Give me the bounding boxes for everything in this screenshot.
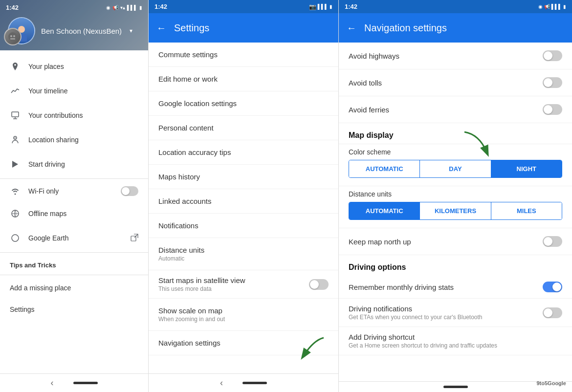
driving-notifications-sub: Get ETAs when you connect to your car's …: [349, 314, 537, 321]
avoid-tolls-toggle[interactable]: [543, 77, 562, 88]
keep-north-up-toggle[interactable]: [543, 236, 562, 247]
add-driving-shortcut-label: Add Driving shortcut: [349, 333, 562, 341]
svg-point-2: [13, 35, 15, 37]
sidebar-label-google-earth: Google Earth: [28, 234, 123, 242]
signal-icon-m: ▌▌▌: [318, 4, 328, 9]
wifi-only-icon: [10, 186, 21, 196]
status-icons-right: ◉ 📢 ▌▌▌ ▮: [538, 4, 566, 9]
speaker-icon: 📢: [112, 5, 118, 10]
settings-edit-home-label: Edit home or work: [158, 75, 329, 83]
sidebar-item-your-timeline[interactable]: Your timeline: [0, 79, 148, 103]
settings-location-accuracy[interactable]: Location accuracy tips: [149, 140, 338, 165]
wifi-only-row: Wi-Fi only: [0, 181, 148, 201]
avoid-highways-thumb: [544, 51, 552, 60]
sidebar-item-your-contributions[interactable]: Your contributions: [0, 103, 148, 128]
sidebar-item-settings[interactable]: Settings: [0, 299, 148, 320]
status-bar-right: 1:42 ◉ 📢 ▌▌▌ ▮: [339, 0, 572, 13]
settings-panel: 1:42 📷 ▌▌▌ ▮ ← Settings Commute settings…: [148, 0, 339, 392]
avoid-highways-toggle[interactable]: [543, 50, 562, 61]
signal-icon: ▌▌▌: [127, 5, 137, 10]
location-sharing-icon: [10, 134, 21, 145]
nav-settings-content: Avoid highways Avoid tolls Avoid ferries…: [339, 43, 572, 381]
satellite-toggle[interactable]: [309, 279, 329, 290]
settings-show-scale-sub: When zooming in and out: [158, 316, 329, 323]
settings-distance-units[interactable]: Distance units Automatic: [149, 238, 338, 270]
time-right: 1:42: [345, 3, 357, 10]
avoid-ferries-label: Avoid ferries: [349, 106, 389, 114]
settings-notifications[interactable]: Notifications: [149, 214, 338, 238]
settings-commute[interactable]: Commute settings: [149, 43, 338, 67]
status-icons-middle: 📷 ▌▌▌ ▮: [309, 3, 332, 10]
remember-stats-text: Remember monthly driving stats: [349, 283, 537, 291]
time-left: 1:42: [6, 4, 19, 11]
wifi-only-toggle[interactable]: [121, 186, 138, 196]
driving-notifications-thumb: [544, 308, 552, 317]
distance-units-automatic[interactable]: AUTOMATIC: [349, 202, 420, 219]
nav-pill-middle: [242, 382, 267, 384]
distance-units-miles[interactable]: MILES: [491, 202, 562, 219]
dropdown-arrow-icon: ▾: [130, 27, 132, 34]
sidebar-item-add-missing-place[interactable]: Add a missing place: [0, 277, 148, 299]
distance-units-row: Distance units AUTOMATIC KILOMETERS MILE…: [339, 186, 572, 228]
distance-units-kilometers[interactable]: KILOMETERS: [420, 202, 491, 219]
timeline-icon: [10, 86, 21, 96]
settings-header: ← Settings: [149, 13, 338, 43]
divider-3: [0, 275, 148, 275]
sidebar-item-your-places[interactable]: Your places: [0, 54, 148, 79]
settings-linked-accounts-label: Linked accounts: [158, 197, 329, 205]
svg-rect-4: [12, 112, 19, 117]
settings-distance-units-sub: Automatic: [158, 255, 329, 262]
sidebar-item-offline-maps[interactable]: Offline maps: [0, 201, 148, 226]
settings-edit-home[interactable]: Edit home or work: [149, 67, 338, 91]
avoid-highways-row: Avoid highways: [339, 43, 572, 69]
settings-location-accuracy-label: Location accuracy tips: [158, 148, 329, 156]
bottom-nav-left: ‹: [0, 373, 148, 392]
color-scheme-automatic[interactable]: AUTOMATIC: [349, 160, 420, 177]
settings-google-location[interactable]: Google location settings: [149, 91, 338, 116]
battery-icon-m: ▮: [330, 4, 332, 9]
wifi-toggle-thumb: [122, 187, 130, 195]
remember-stats-toggle[interactable]: [543, 282, 562, 292]
settings-maps-history[interactable]: Maps history: [149, 165, 338, 189]
settings-linked-accounts[interactable]: Linked accounts: [149, 189, 338, 214]
svg-point-12: [12, 235, 19, 241]
sidebar-label-location-sharing: Location sharing: [28, 136, 138, 144]
sidebar-item-start-driving[interactable]: Start driving: [0, 152, 148, 176]
divider-1: [0, 178, 148, 179]
settings-personal-content-label: Personal content: [158, 124, 329, 132]
battery-icon-r: ▮: [563, 4, 566, 9]
settings-satellite-sub: This uses more data: [158, 285, 245, 292]
driving-notifications-toggle[interactable]: [543, 307, 562, 318]
signal-icon-r: ▌▌▌: [551, 4, 562, 9]
avatar-robot: [4, 28, 22, 45]
back-arrow-middle[interactable]: ‹: [220, 378, 223, 388]
settings-show-scale[interactable]: Show scale on map When zooming in and ou…: [149, 299, 338, 331]
color-scheme-night[interactable]: NIGHT: [491, 160, 562, 177]
places-icon: [10, 61, 21, 72]
nav-settings-header: ← Navigation settings: [339, 13, 572, 43]
settings-title: Settings: [174, 22, 209, 34]
user-profile[interactable]: Ben Schoon (NexusBen) ▾: [0, 13, 148, 50]
sidebar-item-google-earth[interactable]: Google Earth: [0, 226, 148, 250]
contributions-icon: [10, 110, 21, 121]
green-arrow-middle: [299, 335, 329, 360]
battery-icon: ▮: [139, 5, 142, 10]
status-icons-left: ◉ 📢 ▾▴ ▌▌▌ ▮: [106, 5, 142, 10]
settings-navigation-settings[interactable]: Navigation settings: [149, 331, 338, 355]
nav-settings-back-button[interactable]: ←: [347, 22, 356, 34]
status-bar-left: 1:42 ◉ 📢 ▾▴ ▌▌▌ ▮: [0, 0, 148, 13]
nav-pill-left: [73, 382, 98, 384]
settings-back-button[interactable]: ←: [156, 22, 166, 34]
sidebar-item-location-sharing[interactable]: Location sharing: [0, 128, 148, 152]
sidebar-panel: 1:42 ◉ 📢 ▾▴ ▌▌▌ ▮: [0, 0, 148, 392]
status-bar-middle: 1:42 📷 ▌▌▌ ▮: [149, 0, 338, 13]
keep-north-up-row: Keep map north up: [339, 228, 572, 255]
keep-north-up-label: Keep map north up: [349, 238, 411, 246]
settings-personal-content[interactable]: Personal content: [149, 116, 338, 140]
color-scheme-day[interactable]: DAY: [420, 160, 491, 177]
avoid-ferries-toggle[interactable]: [543, 104, 562, 115]
svg-point-0: [8, 32, 17, 41]
settings-notifications-label: Notifications: [158, 221, 329, 230]
settings-satellite-row[interactable]: Start maps in satellite view This uses m…: [149, 270, 338, 299]
back-arrow-left[interactable]: ‹: [51, 378, 54, 388]
